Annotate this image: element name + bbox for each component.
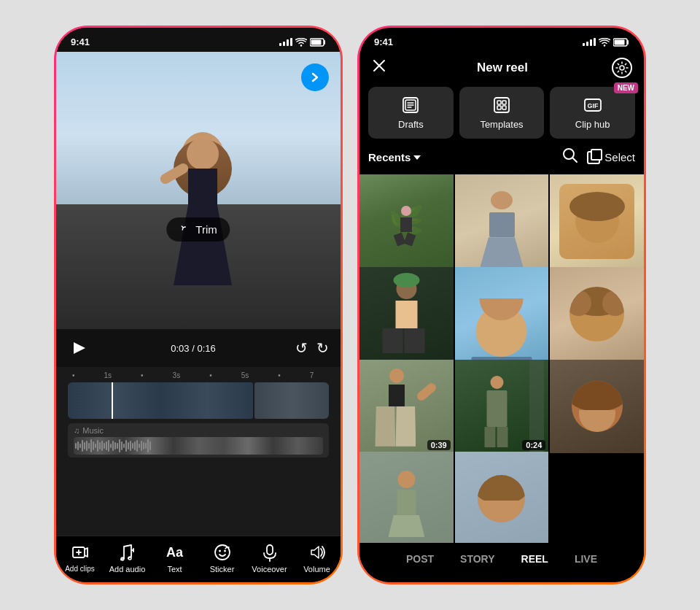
undo-redo-group: ↺ ↻: [295, 339, 329, 357]
redo-button[interactable]: ↻: [316, 339, 329, 357]
ruler-dot-2: •: [141, 371, 144, 379]
templates-button[interactable]: Templates: [459, 87, 545, 139]
grid-item-2[interactable]: [455, 174, 549, 269]
grid-item-4-content: [359, 267, 454, 361]
undo-button[interactable]: ↺: [295, 339, 308, 357]
grid-item-9-content: [550, 360, 644, 454]
head: [187, 138, 219, 170]
waveform-bar: [132, 443, 133, 449]
waveform-bar: [110, 444, 112, 448]
grid-item-9[interactable]: [550, 360, 644, 454]
toolbar-add-clips[interactable]: Add clips: [58, 542, 102, 574]
grid-item-11[interactable]: [455, 452, 549, 543]
grid-item-10-content: [359, 452, 454, 543]
ruler-marker-1: •: [72, 371, 75, 379]
select-squares-icon: [587, 151, 600, 164]
tab-post[interactable]: POST: [400, 550, 440, 568]
waveform-bar: [130, 441, 131, 451]
grid-item-8[interactable]: 0:24: [455, 360, 549, 454]
waveform-bar: [108, 440, 109, 452]
right-phone-frame: 9:41: [357, 26, 646, 584]
duration-8: 0:24: [522, 440, 545, 450]
close-button[interactable]: [371, 58, 393, 78]
toolbar-text[interactable]: Aa Text: [153, 542, 197, 574]
add-clips-icon: [70, 542, 90, 563]
toolbar-volume[interactable]: Volume: [295, 542, 339, 574]
waveform-bar: [147, 439, 149, 452]
svg-point-10: [604, 45, 605, 46]
music-track: ♫ Music: [68, 423, 329, 458]
grid-item-10[interactable]: [359, 452, 454, 543]
grid-item-5[interactable]: [455, 267, 549, 361]
waveform-bar: [123, 444, 125, 448]
svg-rect-17: [497, 101, 501, 104]
waveform-bar: [136, 440, 138, 452]
bottom-tabs: POST STORY REEL LIVE: [359, 543, 644, 582]
toolbar-voiceover[interactable]: Voiceover: [248, 542, 292, 574]
bottom-toolbar: Add clips Add audio: [56, 536, 341, 582]
grid-item-6-content: [550, 267, 644, 361]
right-signal-icon: [583, 38, 596, 46]
right-status-icons: [583, 38, 629, 47]
tab-post-label: POST: [406, 553, 434, 565]
clip-hub-button[interactable]: NEW GIF Clip hub: [550, 87, 635, 139]
recents-actions: Select: [562, 147, 635, 167]
add-audio-label: Add audio: [109, 565, 146, 574]
waveform-bar: [112, 441, 114, 451]
waveform-bar: [99, 442, 101, 449]
settings-button[interactable]: [612, 58, 632, 78]
next-button[interactable]: [301, 63, 329, 91]
clip-track[interactable]: [68, 382, 329, 419]
grid-item-6[interactable]: [550, 267, 644, 361]
waveform: [74, 437, 323, 455]
templates-icon: [492, 96, 511, 115]
grid-item-3[interactable]: [550, 174, 644, 269]
drafts-button[interactable]: Drafts: [368, 87, 454, 139]
waveform-bar: [86, 441, 88, 451]
search-button[interactable]: [562, 147, 578, 167]
waveform-bar: [84, 442, 85, 449]
text-icon: Aa: [165, 542, 185, 563]
waveform-bar: [93, 441, 94, 450]
tab-reel[interactable]: REEL: [516, 550, 554, 568]
trim-badge[interactable]: Trim: [166, 217, 230, 242]
ruler-1s: 1s: [104, 371, 112, 379]
play-button[interactable]: [68, 336, 91, 360]
music-label: ♫ Music: [74, 426, 323, 435]
grid-item-5-content: [455, 267, 549, 361]
sticker-label: Sticker: [210, 565, 235, 574]
ruler-dot-4: •: [278, 371, 281, 379]
recents-dropdown[interactable]: Recents: [368, 151, 421, 163]
editor-screen: 9:41: [56, 28, 341, 582]
reel-screen: 9:41: [359, 28, 644, 582]
waveform-bar: [143, 442, 144, 449]
svg-point-7: [219, 550, 221, 552]
tab-story[interactable]: STORY: [454, 550, 500, 568]
svg-rect-12: [615, 39, 625, 45]
new-badge: NEW: [614, 82, 638, 93]
waveform-bar: [125, 440, 127, 452]
select-button[interactable]: Select: [587, 151, 635, 164]
volume-label: Volume: [303, 565, 330, 574]
drafts-label: Drafts: [398, 119, 424, 130]
svg-rect-2: [311, 39, 322, 45]
clip-thumb-1: [68, 382, 253, 419]
grid-item-2-content: [455, 174, 549, 269]
grid-item-7[interactable]: 0:39: [359, 360, 454, 454]
video-preview[interactable]: Trim: [56, 52, 341, 329]
add-clips-label: Add clips: [65, 565, 95, 573]
timeline-wrapper[interactable]: [56, 382, 341, 419]
grid-item-4[interactable]: [359, 267, 454, 361]
waveform-bars: [75, 439, 322, 452]
grid-item-1[interactable]: 🌿: [359, 174, 454, 269]
waveform-bar: [114, 442, 116, 449]
wifi-icon: [295, 38, 307, 47]
waveform-bar: [121, 441, 122, 450]
left-phone-screen: 9:41: [56, 28, 341, 582]
tab-live[interactable]: LIVE: [569, 550, 603, 568]
music-note-icon: ♫: [74, 426, 79, 435]
toolbar-add-audio[interactable]: Add audio: [106, 542, 149, 574]
recents-label: Recents: [368, 151, 411, 163]
waveform-bar: [101, 441, 103, 451]
toolbar-sticker[interactable]: Sticker: [201, 542, 244, 574]
